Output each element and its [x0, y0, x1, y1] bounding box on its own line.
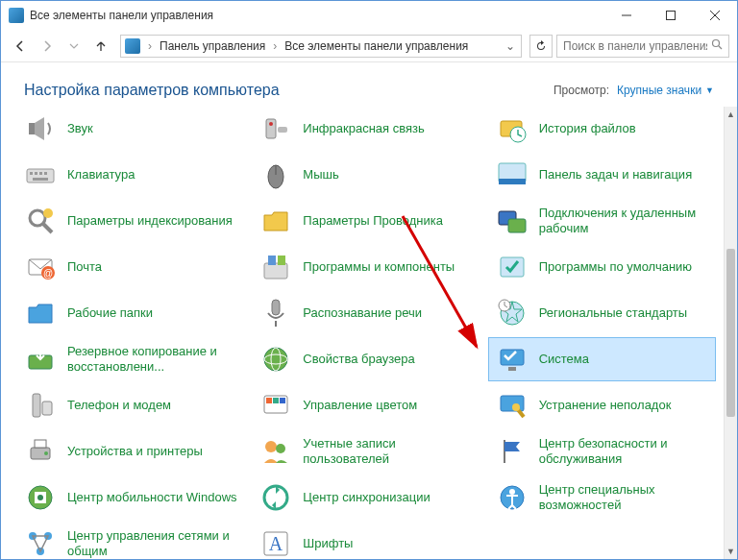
scroll-track[interactable] — [725, 122, 737, 544]
breadcrumb-dropdown[interactable]: ⌄ — [505, 39, 517, 53]
cp-item-remote[interactable]: Подключения к удаленным рабочим — [488, 199, 716, 243]
breadcrumb-part[interactable]: Панель управления — [160, 39, 265, 53]
minimize-button[interactable] — [604, 1, 649, 30]
cp-item-color[interactable]: Управление цветом — [252, 383, 480, 427]
cp-item-mobility[interactable]: Центр мобильности Windows — [16, 475, 244, 520]
breadcrumb[interactable]: › Панель управления › Все элементы панел… — [120, 35, 522, 58]
svg-point-58 — [265, 441, 277, 452]
maximize-button[interactable] — [649, 1, 693, 30]
svg-rect-56 — [35, 440, 46, 448]
svg-point-42 — [264, 348, 287, 371]
svg-text:@: @ — [43, 268, 53, 279]
svg-rect-14 — [30, 172, 33, 175]
mouse-icon — [258, 158, 293, 192]
cp-item-taskbar[interactable]: Панель задач и навигация — [488, 153, 716, 197]
chevron-right-icon: › — [144, 39, 156, 53]
svg-rect-1 — [667, 12, 676, 20]
search-input[interactable] — [563, 39, 707, 53]
svg-line-5 — [719, 46, 722, 49]
window-controls — [604, 1, 737, 30]
cp-item-workfolders[interactable]: Рабочие папки — [16, 291, 244, 335]
cp-item-label: Центр специальных возможностей — [539, 482, 709, 512]
svg-rect-17 — [44, 172, 47, 175]
cp-item-mouse[interactable]: Мышь — [252, 153, 480, 197]
cp-item-label: Клавиатура — [67, 167, 135, 183]
cp-item-label: Свойства браузера — [303, 352, 414, 367]
window-title-bar: Все элементы панели управления — [1, 1, 737, 30]
vertical-scrollbar[interactable]: ▲ ▼ — [724, 107, 737, 559]
cp-item-system[interactable]: Система — [488, 337, 716, 381]
chevron-right-icon: › — [269, 39, 281, 53]
cp-item-devices[interactable]: Устройства и принтеры — [16, 429, 244, 474]
cp-item-keyboard[interactable]: Клавиатура — [16, 153, 244, 197]
svg-rect-6 — [29, 123, 35, 134]
svg-marker-7 — [35, 117, 44, 140]
back-button[interactable] — [9, 35, 32, 58]
search-box[interactable] — [556, 35, 729, 58]
cp-item-fonts[interactable]: AШрифты — [252, 522, 480, 559]
cp-item-mail[interactable]: @Почта — [16, 245, 244, 289]
svg-rect-52 — [280, 398, 285, 403]
cp-item-label: Параметры индексирования — [67, 213, 233, 229]
cp-item-label: Подключения к удаленным рабочим — [539, 206, 709, 235]
cp-item-sync[interactable]: Центр синхронизации — [252, 475, 480, 520]
breadcrumb-part[interactable]: Все элементы панели управления — [284, 39, 468, 53]
clock-folder-icon — [495, 111, 529, 146]
svg-point-25 — [43, 208, 53, 218]
scroll-down-button[interactable]: ▼ — [725, 544, 737, 559]
defaults-icon — [495, 250, 529, 284]
svg-rect-31 — [264, 263, 287, 279]
close-button[interactable] — [693, 1, 737, 30]
cp-item-internet[interactable]: Свойства браузера — [252, 337, 480, 381]
refresh-button[interactable] — [529, 35, 553, 58]
cp-item-filehistory[interactable]: История файлов — [488, 107, 716, 151]
scroll-up-button[interactable]: ▲ — [725, 107, 737, 122]
control-panel-icon — [9, 8, 24, 23]
breadcrumb-icon — [125, 38, 140, 54]
svg-rect-33 — [278, 256, 285, 265]
taskbar-icon — [495, 158, 529, 192]
cp-item-network[interactable]: Центр управления сетями и общим — [16, 522, 244, 559]
cp-item-label: Панель задач и навигация — [539, 167, 693, 183]
forward-button[interactable] — [36, 35, 59, 58]
cp-item-troubleshoot[interactable]: Устранение неполадок — [488, 383, 716, 427]
cp-item-backup[interactable]: Резервное копирование и восстановлени... — [16, 337, 244, 381]
cp-item-label: Центр управления сетями и общим — [67, 528, 237, 558]
cp-item-explorer[interactable]: Параметры Проводника — [252, 199, 480, 243]
cp-item-infrared[interactable]: Инфракрасная связь — [252, 107, 480, 151]
cp-item-label: Система — [539, 352, 589, 367]
fonts-icon: A — [258, 526, 293, 559]
cp-item-label: Звук — [67, 121, 93, 136]
mobility-icon — [23, 480, 58, 515]
programs-icon — [258, 250, 293, 284]
svg-rect-22 — [499, 179, 526, 184]
cp-item-defaults[interactable]: Программы по умолчанию — [488, 245, 716, 289]
svg-rect-35 — [272, 300, 280, 315]
up-button[interactable] — [89, 35, 112, 58]
cp-item-programs[interactable]: Программы и компоненты — [252, 245, 480, 289]
cp-item-sound[interactable]: Звук — [16, 107, 244, 151]
speaker-icon — [23, 111, 58, 146]
cp-item-label: Инфракрасная связь — [303, 121, 424, 136]
cp-item-label: Учетные записи пользователей — [303, 436, 473, 466]
svg-rect-27 — [508, 219, 526, 232]
cp-item-indexing[interactable]: Параметры индексирования — [16, 199, 244, 243]
workfolder-icon — [23, 296, 58, 330]
scroll-thumb[interactable] — [726, 249, 735, 418]
cp-item-label: Региональные стандарты — [539, 305, 687, 321]
cp-item-security[interactable]: Центр безопасности и обслуживания — [488, 429, 716, 474]
cp-item-ease[interactable]: Центр специальных возможностей — [488, 475, 716, 520]
printer-icon — [23, 434, 58, 469]
cp-item-label: Почта — [67, 259, 102, 275]
svg-rect-53 — [501, 396, 524, 411]
cp-item-speech[interactable]: Распознавание речи — [252, 291, 480, 335]
svg-point-63 — [37, 495, 43, 500]
svg-rect-51 — [273, 398, 279, 403]
cp-item-region[interactable]: Региональные стандарты — [488, 291, 716, 335]
cp-item-phone[interactable]: Телефон и модем — [16, 383, 244, 427]
cp-item-users[interactable]: Учетные записи пользователей — [252, 429, 480, 474]
folder-icon — [258, 204, 293, 238]
view-by-dropdown[interactable]: Крупные значки ▼ — [617, 84, 714, 97]
recent-dropdown[interactable] — [62, 35, 86, 58]
flag-icon — [495, 434, 529, 469]
